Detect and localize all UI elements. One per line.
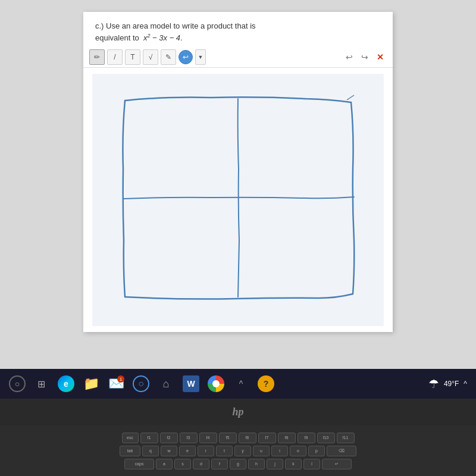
key-u[interactable]: u bbox=[253, 446, 270, 456]
keyboard-row-2: tab q w e r t y u i o p ⌫ bbox=[120, 446, 356, 456]
key-f[interactable]: f bbox=[211, 459, 228, 469]
slash-button[interactable]: / bbox=[107, 49, 123, 65]
key-k[interactable]: k bbox=[285, 459, 302, 469]
chrome-button[interactable] bbox=[206, 374, 226, 393]
key-l[interactable]: l bbox=[303, 459, 320, 469]
keyboard-row-3: caps a s d f g h j k l ↵ bbox=[124, 459, 352, 469]
search-circle-button[interactable]: ○ bbox=[9, 375, 26, 392]
question-label2: equivalent to bbox=[95, 33, 139, 42]
undo-button[interactable]: ↩ bbox=[343, 51, 356, 64]
question-expression: x2 − 3x − 4 bbox=[143, 33, 180, 42]
key-i[interactable]: i bbox=[271, 446, 288, 456]
question-panel: c.) Use an area model to write a product… bbox=[83, 12, 393, 332]
key-caps[interactable]: caps bbox=[124, 459, 154, 469]
key-f10[interactable]: f10 bbox=[317, 433, 335, 443]
drawing-canvas[interactable] bbox=[92, 74, 384, 324]
key-j[interactable]: j bbox=[267, 459, 283, 469]
key-enter[interactable]: ↵ bbox=[322, 459, 352, 469]
task-view-button[interactable]: ⊞ bbox=[32, 374, 51, 393]
chevron-expand-icon[interactable]: ^ bbox=[464, 380, 467, 388]
key-s[interactable]: s bbox=[174, 459, 191, 469]
undo-color-button[interactable]: ↩ bbox=[178, 50, 193, 64]
home-button[interactable]: ⌂ bbox=[156, 374, 176, 393]
key-h[interactable]: h bbox=[248, 459, 265, 469]
text-button[interactable]: T bbox=[125, 49, 140, 65]
mail-badge: 1 bbox=[117, 375, 124, 383]
chrome-icon bbox=[208, 375, 224, 392]
help-button[interactable]: ? bbox=[256, 374, 275, 393]
key-q[interactable]: q bbox=[142, 446, 159, 456]
key-d[interactable]: d bbox=[193, 459, 209, 469]
pencil-button[interactable]: ✏ bbox=[89, 49, 105, 65]
key-f11[interactable]: f11 bbox=[337, 433, 355, 443]
sqrt-button[interactable]: √ bbox=[143, 49, 158, 65]
edge-icon: e bbox=[58, 375, 74, 392]
chevron-up-icon: ^ bbox=[239, 379, 243, 389]
content-area: c.) Use an area model to write a product… bbox=[0, 0, 476, 369]
key-f4[interactable]: f4 bbox=[199, 433, 217, 443]
key-e[interactable]: e bbox=[179, 446, 196, 456]
home-icon: ⌂ bbox=[158, 375, 174, 392]
key-f7[interactable]: f7 bbox=[258, 433, 276, 443]
cortana-icon: ○ bbox=[133, 375, 149, 392]
key-tab[interactable]: tab bbox=[120, 446, 140, 456]
close-button[interactable]: ✕ bbox=[374, 51, 387, 64]
mail-button[interactable]: ✉️ 1 bbox=[107, 374, 126, 393]
question-text: c.) Use an area model to write a product… bbox=[83, 12, 393, 47]
key-f2[interactable]: f2 bbox=[160, 433, 178, 443]
dropdown-button[interactable]: ▼ bbox=[195, 49, 206, 65]
hp-bar: hp bbox=[0, 399, 476, 425]
word-icon: W bbox=[183, 375, 199, 392]
drawing-area bbox=[92, 74, 384, 326]
key-a[interactable]: a bbox=[156, 459, 173, 469]
taskbar: ○ ⊞ e 📁 ✉️ 1 ○ ⌂ W ^ ? ☂ bbox=[0, 369, 476, 399]
screen-area: c.) Use an area model to write a product… bbox=[0, 0, 476, 369]
hp-logo: hp bbox=[232, 406, 243, 418]
key-f5[interactable]: f5 bbox=[219, 433, 237, 443]
umbrella-icon: ☂ bbox=[428, 377, 439, 391]
toolbar: ✏ / T √ ✎ ↩ ▼ ↩ ↪ ✕ bbox=[83, 47, 393, 68]
key-f1[interactable]: f1 bbox=[140, 433, 158, 443]
key-t[interactable]: t bbox=[216, 446, 233, 456]
help-icon: ? bbox=[258, 375, 274, 392]
key-y[interactable]: y bbox=[234, 446, 251, 456]
key-r[interactable]: r bbox=[198, 446, 214, 456]
key-backspace[interactable]: ⌫ bbox=[327, 446, 356, 456]
key-f8[interactable]: f8 bbox=[278, 433, 296, 443]
edge-browser-button[interactable]: e bbox=[57, 374, 76, 393]
key-f6[interactable]: f6 bbox=[239, 433, 256, 443]
eraser-button[interactable]: ✎ bbox=[161, 49, 176, 65]
key-esc[interactable]: esc bbox=[122, 433, 139, 443]
key-o[interactable]: o bbox=[290, 446, 306, 456]
key-f3[interactable]: f3 bbox=[180, 433, 198, 443]
key-w[interactable]: w bbox=[161, 446, 177, 456]
redo-button[interactable]: ↪ bbox=[358, 51, 371, 64]
taskbar-right: ☂ 49°F ^ bbox=[428, 377, 467, 391]
key-p[interactable]: p bbox=[308, 446, 325, 456]
task-view-icon: ⊞ bbox=[37, 378, 45, 390]
keyboard-row-1: esc f1 f2 f3 f4 f5 f6 f7 f8 f9 f10 f11 bbox=[122, 433, 355, 443]
question-label: c.) Use an area model to write a product… bbox=[95, 21, 256, 30]
keyboard-area: esc f1 f2 f3 f4 f5 f6 f7 f8 f9 f10 f11 t… bbox=[0, 425, 476, 476]
folder-icon: 📁 bbox=[83, 376, 99, 392]
file-explorer-button[interactable]: 📁 bbox=[82, 374, 101, 393]
key-f9[interactable]: f9 bbox=[298, 433, 315, 443]
key-g[interactable]: g bbox=[230, 459, 246, 469]
cortana-button[interactable]: ○ bbox=[131, 374, 151, 393]
word-button[interactable]: W bbox=[181, 374, 201, 393]
search-circle-icon: ○ bbox=[15, 379, 20, 389]
weather-text: 49°F bbox=[444, 380, 459, 388]
chevron-up-button[interactable]: ^ bbox=[231, 374, 250, 393]
